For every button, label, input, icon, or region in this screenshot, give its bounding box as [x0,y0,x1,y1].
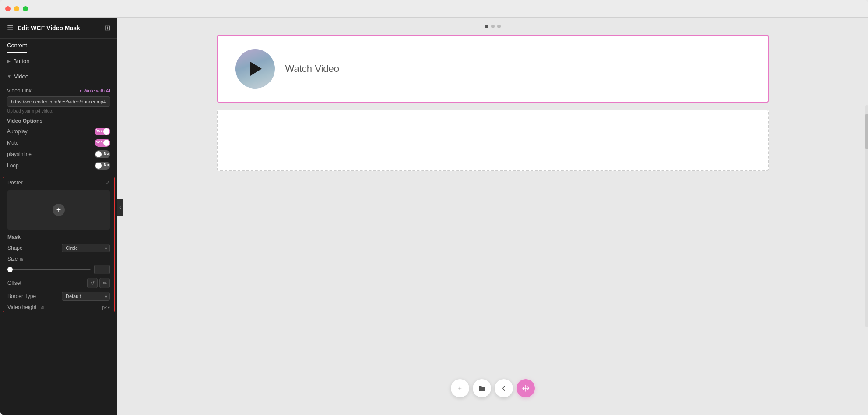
shape-label: Shape [7,245,23,251]
loop-row: Loop No [7,162,110,170]
loop-value: No [104,163,109,167]
button-section-label: Button [13,58,30,64]
video-helper-text: Upload your mp4 video. [7,109,110,114]
video-link-row: Video Link Write with AI [7,88,110,94]
slider-value [94,265,110,274]
loop-switch[interactable]: No [95,162,110,170]
button-section-header[interactable]: ▶ Button [0,53,117,69]
folder-icon [478,384,486,392]
titlebar [0,0,868,18]
shape-select[interactable]: Circle Square Custom [62,244,110,252]
video-section-content: Video Link Write with AI Upload your mp4… [0,84,117,177]
border-type-select-wrapper: Default Solid Dashed [62,292,110,301]
back-icon [500,384,508,392]
sidebar-collapse-button[interactable]: ‹ [117,199,123,216]
scrollbar-thumb[interactable] [865,114,868,149]
video-options-title: Video Options [7,118,110,124]
grid-icon[interactable]: ⊞ [105,24,110,32]
back-button[interactable] [495,379,513,397]
autoplay-label: Autoplay [7,128,28,135]
mute-label: Mute [7,140,19,146]
playsinline-row: playsinline No [7,150,110,158]
sidebar-title: Edit WCF Video Mask [18,25,80,32]
loop-toggle[interactable]: No [95,162,110,170]
video-link-label: Video Link [7,88,32,94]
poster-header: Poster ⤢ [3,177,114,188]
mute-value: Yes [96,140,103,144]
maximize-button[interactable] [23,6,28,11]
border-type-select[interactable]: Default Solid Dashed [62,292,110,301]
video-url-input[interactable] [7,96,110,107]
autoplay-toggle[interactable]: Yes [95,128,110,135]
carousel-dots [117,18,868,35]
window-body: ☰ Edit WCF Video Mask ⊞ Content ▶ Button… [0,18,868,415]
scrollbar[interactable] [865,105,868,327]
sidebar: ☰ Edit WCF Video Mask ⊞ Content ▶ Button… [0,18,117,415]
mute-switch[interactable]: Yes [95,139,110,147]
play-icon [250,62,262,76]
video-section-header[interactable]: ▼ Video [0,69,117,84]
autoplay-row: Autoplay Yes [7,128,110,135]
offset-row: Offset ↺ ✏ [7,278,110,288]
autoplay-switch[interactable]: Yes [95,128,110,135]
playsinline-toggle[interactable]: No [95,150,110,158]
dot-3[interactable] [497,25,501,28]
shape-row: Shape Circle Square Custom [7,244,110,252]
shape-select-wrapper: Circle Square Custom [62,244,110,252]
canvas-area: Watch Video [117,35,868,415]
add-image-icon[interactable]: + [53,204,65,216]
poster-label: Poster [7,180,23,186]
mask-label: Mask [7,234,110,240]
watch-video-text: Watch Video [285,63,340,74]
poster-section: Poster ⤢ + Mask Shape Circle [3,177,115,312]
size-slider[interactable] [7,269,91,270]
video-thumbnail [235,49,275,89]
dashed-card [217,110,769,171]
mute-row: Mute Yes [7,139,110,147]
offset-actions: ↺ ✏ [87,278,110,288]
write-ai-button[interactable]: Write with AI [79,88,110,93]
poster-upload-area[interactable]: + [7,190,110,230]
offset-edit-button[interactable]: ✏ [99,278,110,288]
size-row: Size 🖥 [7,256,110,262]
tab-content[interactable]: Content [7,39,27,53]
sidebar-header: ☰ Edit WCF Video Mask ⊞ [0,18,117,39]
bottom-toolbar: + [451,379,535,397]
chevron-down-small-icon: ▾ [108,305,110,310]
add-button[interactable]: + [451,379,469,397]
dot-1[interactable] [485,25,488,28]
expand-icon[interactable]: ⤢ [105,180,110,186]
video-section-label: Video [14,73,28,80]
playsinline-label: playsinline [7,151,32,157]
offset-reset-button[interactable]: ↺ [87,278,98,288]
chevron-right-icon: ▶ [7,59,11,64]
loop-label: Loop [7,163,19,169]
autoplay-value: Yes [96,128,103,133]
mute-toggle[interactable]: Yes [95,139,110,147]
folder-button[interactable] [473,379,491,397]
slider-row [7,265,110,274]
video-height-monitor-icon: 🖥 [40,305,44,310]
video-height-row: Video height 🖥 px ▾ [7,304,110,310]
border-type-label: Border Type [7,293,36,299]
sidebar-tabs: Content [0,39,117,53]
close-button[interactable] [5,6,11,11]
minimize-button[interactable] [14,6,19,11]
chevron-down-icon: ▼ [7,74,11,79]
move-icon [522,384,530,392]
video-height-label: Video height 🖥 [7,304,44,310]
dot-2[interactable] [491,25,495,28]
playsinline-switch[interactable]: No [95,150,110,158]
hamburger-icon[interactable]: ☰ [7,24,13,32]
px-badge: px ▾ [102,305,110,310]
border-type-row: Border Type Default Solid Dashed [7,292,110,301]
app-window: ☰ Edit WCF Video Mask ⊞ Content ▶ Button… [0,0,868,415]
move-button[interactable] [517,379,535,397]
offset-label: Offset [7,280,21,286]
size-label: Size 🖥 [7,256,24,262]
playsinline-value: No [104,151,109,156]
video-card: Watch Video [217,35,769,103]
mask-section: Mask Shape Circle Square Custom [3,234,114,310]
main-content: Watch Video + [117,18,868,415]
monitor-icon: 🖥 [19,257,24,262]
